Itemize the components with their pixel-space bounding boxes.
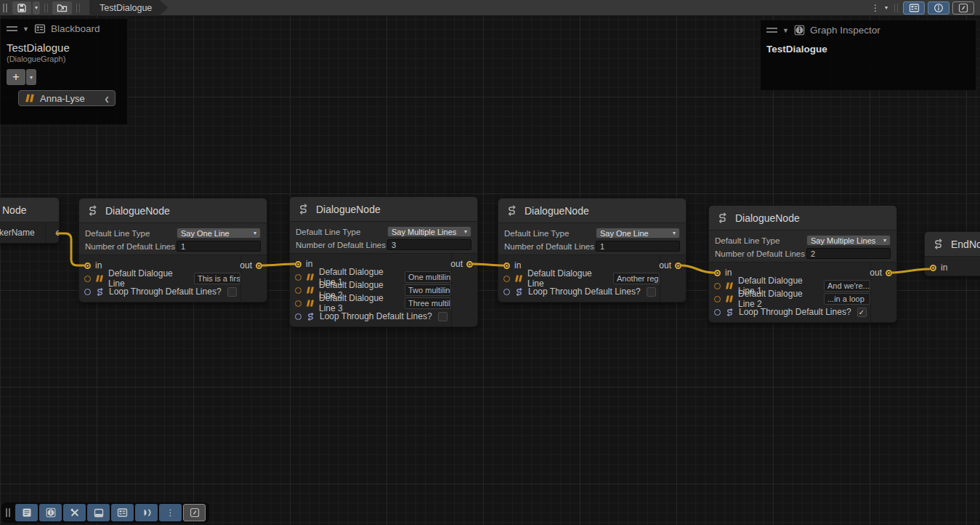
window-toggle-button[interactable] <box>87 504 110 521</box>
speaker-node-partial[interactable]: Node kerName out <box>0 197 60 244</box>
line-text-input[interactable]: Two multiline <box>405 284 451 296</box>
chevron-down-icon: ▾ <box>254 230 256 236</box>
out-port[interactable] <box>466 261 473 268</box>
quote-icon <box>725 295 734 302</box>
add-property-dropdown[interactable]: ▾ <box>26 69 36 85</box>
out-port[interactable] <box>886 270 892 276</box>
num-lines-input[interactable]: 3 <box>387 239 471 250</box>
chevron-left-icon[interactable]: ‹ <box>105 91 109 105</box>
line-port[interactable] <box>714 296 721 302</box>
blackboard-toggle-button[interactable] <box>903 1 925 15</box>
blackboard-toggle-button[interactable] <box>111 504 134 521</box>
out-port[interactable] <box>256 262 262 269</box>
in-port[interactable] <box>503 262 510 269</box>
loop-port[interactable] <box>84 289 91 295</box>
blackboard-header[interactable]: ▼ Blackboard <box>1 19 127 37</box>
save-icon <box>17 3 27 13</box>
dialogue-node-1[interactable]: DialogueNode Default Line Type Say One L… <box>78 198 267 302</box>
save-button[interactable] <box>12 1 31 15</box>
loop-port[interactable] <box>295 313 301 320</box>
toolbar-drag-handle[interactable] <box>6 508 10 517</box>
line-type-dropdown[interactable]: Say One Line ▾ <box>177 228 261 239</box>
node-header[interactable]: DialogueNode <box>709 206 896 231</box>
chevron-down-icon: ▾ <box>464 228 467 235</box>
dialogue-node-2[interactable]: DialogueNode Default Line Type Say Multi… <box>289 196 478 327</box>
inspector-toggle-button[interactable] <box>39 504 62 521</box>
minimap-toggle-button[interactable] <box>952 1 974 15</box>
line-text-input[interactable]: One multiline <box>405 271 451 283</box>
collapse-arrow-icon[interactable]: ▼ <box>782 27 789 34</box>
line-text-input[interactable]: Another regu <box>613 273 660 284</box>
quote-icon <box>514 275 523 282</box>
line-port[interactable] <box>84 276 91 282</box>
line-port[interactable] <box>295 287 301 294</box>
line-text-input[interactable]: This is a first <box>194 273 240 284</box>
line-type-dropdown[interactable]: Say Multiple Lines ▾ <box>387 226 471 237</box>
num-lines-value: 2 <box>811 249 815 258</box>
line-port[interactable] <box>295 300 301 307</box>
blackboard-icon <box>117 508 128 518</box>
loop-checkbox[interactable] <box>438 312 448 321</box>
line-text-input[interactable]: And we're... <box>824 280 870 292</box>
dialogue-node-icon <box>297 203 309 215</box>
folder-open-icon <box>57 3 68 12</box>
toolbar-drag-handle[interactable] <box>3 4 7 12</box>
open-asset-button[interactable] <box>52 1 72 15</box>
out-port-label: out <box>56 228 60 238</box>
loop-checkbox[interactable]: ✓ <box>857 308 867 317</box>
more-options-button[interactable]: ⋮ <box>159 504 182 521</box>
inspector-header[interactable]: ▼ Graph Inspector <box>761 20 976 39</box>
inspector-toggle-button[interactable] <box>928 1 949 15</box>
save-dropdown-button[interactable]: ▾ <box>33 1 40 15</box>
pen-toggle-button[interactable] <box>183 504 206 521</box>
line-type-dropdown[interactable]: Say Multiple Lines ▾ <box>806 235 891 246</box>
num-lines-input[interactable]: 1 <box>177 241 261 252</box>
blackboard-field-anna-lyse[interactable]: Anna-Lyse ‹ <box>18 90 116 106</box>
loop-port[interactable] <box>714 309 721 316</box>
num-lines-input[interactable]: 2 <box>806 248 891 259</box>
line-text-value: Three multilin <box>408 299 451 308</box>
dialogue-node-4[interactable]: DialogueNode Default Line Type Say Multi… <box>708 205 897 323</box>
transition-toggle-button[interactable] <box>135 504 158 521</box>
graph-canvas[interactable]: ▾ TestDialogue ⋮ ▾ <box>0 0 980 525</box>
graph-inspector-panel[interactable]: ▼ Graph Inspector TestDialogue <box>760 20 976 91</box>
line-text-input[interactable]: ...in a loop <box>824 293 870 305</box>
in-port[interactable] <box>295 261 301 268</box>
notes-toggle-button[interactable] <box>15 504 38 521</box>
out-port[interactable] <box>675 262 681 269</box>
blackboard-panel[interactable]: ▼ Blackboard TestDialogue (DialogueGraph… <box>0 18 128 125</box>
drag-handle-icon[interactable] <box>7 26 17 31</box>
line-type-dropdown[interactable]: Say One Line ▾ <box>596 228 680 239</box>
loop-icon <box>306 312 315 321</box>
line-text-value: Two multiline <box>408 286 451 294</box>
loop-checkbox[interactable] <box>227 287 237 297</box>
line-port[interactable] <box>503 276 510 282</box>
in-port[interactable] <box>714 270 721 276</box>
line-text-input[interactable]: Three multilin <box>405 297 451 309</box>
loop-checkbox[interactable] <box>647 287 656 297</box>
line-port[interactable] <box>295 274 301 281</box>
collapse-arrow-icon[interactable]: ▼ <box>23 25 29 33</box>
panel-title: Graph Inspector <box>810 25 880 36</box>
drag-handle-icon[interactable] <box>766 28 777 33</box>
node-header[interactable]: DialogueNode <box>79 199 267 223</box>
add-property-button[interactable]: + <box>7 69 25 85</box>
chevron-down-icon[interactable]: ▾ <box>885 5 888 11</box>
divider <box>45 223 46 243</box>
node-header[interactable]: Node <box>0 198 59 223</box>
tools-toggle-button[interactable] <box>63 504 86 521</box>
out-port-column: out <box>660 255 686 302</box>
end-node[interactable]: EndNode in <box>924 231 980 276</box>
node-header[interactable]: EndNode <box>925 232 980 257</box>
dialogue-node-3[interactable]: DialogueNode Default Line Type Say One L… <box>498 198 687 302</box>
num-lines-input[interactable]: 1 <box>596 241 680 252</box>
node-header[interactable]: DialogueNode <box>498 199 686 223</box>
line-port[interactable] <box>714 283 721 289</box>
more-options-icon[interactable]: ⋮ <box>871 4 880 12</box>
num-lines-value: 1 <box>600 242 604 251</box>
loop-port[interactable] <box>503 289 510 295</box>
tab-testdialogue[interactable]: TestDialogue <box>89 0 168 16</box>
in-port[interactable] <box>84 262 91 269</box>
in-port[interactable] <box>930 265 936 271</box>
node-header[interactable]: DialogueNode <box>290 197 477 222</box>
